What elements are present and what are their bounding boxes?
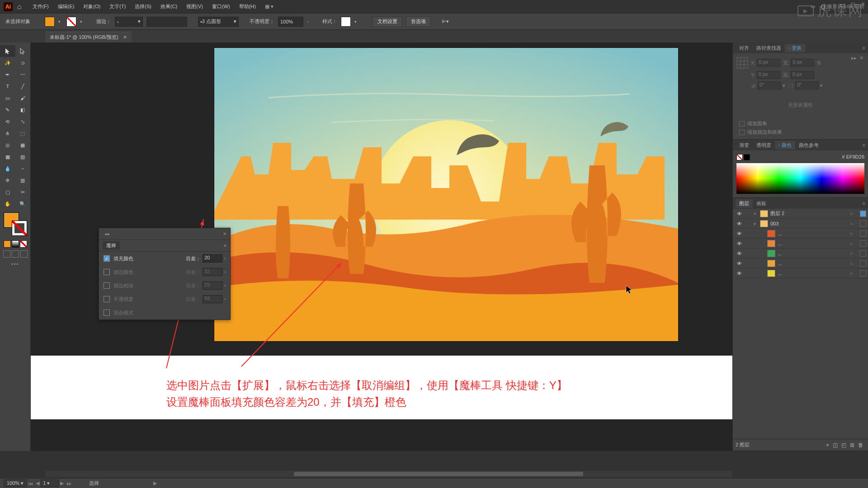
- toolbar-more-icon[interactable]: •••: [0, 261, 30, 267]
- canvas[interactable]: ▸▸ ✕ 魔棒 ≡ 填充颜色 容差： 20 › 描边颜色 容差： 32 › 描边…: [31, 42, 732, 451]
- x-input[interactable]: 0 px: [757, 59, 780, 67]
- slice-tool[interactable]: ✂: [15, 186, 31, 198]
- draw-inside-icon[interactable]: [20, 250, 28, 258]
- target-icon[interactable]: ○: [850, 261, 858, 266]
- fill-dropdown[interactable]: ▾: [58, 19, 63, 24]
- menu-view[interactable]: 视图(V): [182, 3, 208, 10]
- doc-tab[interactable]: 未标题-1* @ 100% (RGB/预览) ✕: [45, 32, 132, 42]
- target-icon[interactable]: ○: [850, 251, 858, 256]
- stroke-swatch[interactable]: [66, 17, 76, 27]
- selection-indicator[interactable]: [860, 240, 866, 247]
- layer-name[interactable]: ...: [778, 271, 850, 276]
- make-clipping-mask-icon[interactable]: ◫: [833, 442, 838, 448]
- layer-name[interactable]: ...: [778, 251, 850, 256]
- scale-corners-checkbox[interactable]: [739, 121, 745, 127]
- target-icon[interactable]: ○: [850, 231, 858, 236]
- panel-close-icon[interactable]: ✕: [223, 231, 226, 236]
- align-to-icon[interactable]: ⊫▾: [442, 19, 449, 24]
- pen-tool[interactable]: ✒: [0, 69, 15, 80]
- tab-layers[interactable]: 图层: [736, 199, 753, 208]
- menu-effect[interactable]: 效果(C): [156, 3, 182, 10]
- layer-row[interactable]: 👁 v 003 ○: [733, 219, 868, 229]
- target-icon[interactable]: ○: [850, 221, 858, 226]
- hand-tool[interactable]: ✋: [0, 198, 15, 210]
- menu-edit[interactable]: 编辑(E): [53, 3, 79, 10]
- option-checkbox[interactable]: [104, 269, 110, 275]
- layer-row[interactable]: 👁 ... ○: [733, 239, 868, 249]
- line-tool[interactable]: ╱: [15, 80, 31, 92]
- magic-wand-option[interactable]: 混合模式: [99, 306, 230, 319]
- lock-aspect-icon[interactable]: ⇅: [817, 60, 821, 66]
- graph-tool[interactable]: ▥: [15, 174, 31, 186]
- layer-name[interactable]: 图层 2: [770, 210, 850, 217]
- magic-wand-tool[interactable]: ✨: [0, 57, 15, 69]
- home-icon[interactable]: ⌂: [17, 3, 22, 11]
- panel-close-icon[interactable]: ✕: [859, 55, 863, 61]
- color-none-icon[interactable]: [20, 240, 27, 248]
- hex-value[interactable]: # EF9D26: [842, 154, 864, 160]
- perspective-tool[interactable]: ▦: [15, 139, 31, 151]
- symbol-sprayer-tool[interactable]: ✲: [0, 174, 15, 186]
- doc-setup-button[interactable]: 文档设置: [373, 16, 402, 27]
- fill-stroke-control[interactable]: [4, 212, 27, 236]
- gradient-tool[interactable]: ▨: [15, 151, 31, 163]
- h-input[interactable]: 0 px: [791, 71, 814, 79]
- stroke-color-icon[interactable]: [12, 221, 27, 236]
- scale-tool[interactable]: ⤡: [15, 116, 31, 127]
- stroke-dropdown[interactable]: ▾: [80, 19, 85, 24]
- rotate-tool[interactable]: ⟲: [0, 116, 15, 127]
- selection-indicator[interactable]: [860, 270, 866, 277]
- expand-toggle-icon[interactable]: v: [754, 221, 760, 226]
- doc-tab-close-icon[interactable]: ✕: [123, 34, 127, 40]
- tab-color[interactable]: ◦ 颜色: [775, 141, 795, 150]
- visibility-icon[interactable]: 👁: [733, 221, 745, 226]
- layer-name[interactable]: ...: [778, 261, 850, 266]
- target-icon[interactable]: ○: [850, 271, 858, 276]
- tab-artboards[interactable]: 画板: [753, 199, 770, 208]
- style-swatch[interactable]: [341, 17, 351, 27]
- eraser-tool[interactable]: ◧: [15, 104, 31, 116]
- target-icon[interactable]: ○: [850, 211, 858, 216]
- arrange-docs-icon[interactable]: ▦ ▾: [265, 4, 274, 9]
- lasso-tool[interactable]: ⊃: [15, 57, 31, 69]
- option-checkbox[interactable]: [104, 310, 110, 316]
- anchor-point-widget[interactable]: [736, 57, 748, 69]
- panel-collapse-icon[interactable]: ▸▸: [851, 55, 857, 61]
- w-input[interactable]: 0 px: [791, 59, 814, 67]
- option-checkbox[interactable]: [104, 255, 110, 262]
- layer-name[interactable]: 003: [770, 221, 850, 226]
- menu-type[interactable]: 文字(T): [105, 3, 130, 10]
- panel-menu-icon[interactable]: ≡: [863, 45, 865, 51]
- prev-artboard-icon[interactable]: ◀: [36, 480, 39, 486]
- type-tool[interactable]: T: [0, 80, 15, 92]
- scale-stroke-checkbox[interactable]: [739, 130, 745, 135]
- tab-pathfinder[interactable]: 路径查找器: [753, 44, 785, 52]
- selection-indicator[interactable]: [860, 230, 866, 237]
- panel-menu-icon[interactable]: ≡: [224, 243, 226, 248]
- draw-behind-icon[interactable]: [12, 250, 19, 258]
- zoom-select[interactable]: 100% ▾: [4, 479, 27, 487]
- locate-object-icon[interactable]: ⌖: [826, 442, 829, 448]
- tab-gradient[interactable]: 渐变: [736, 141, 753, 150]
- visibility-icon[interactable]: 👁: [733, 211, 745, 216]
- last-artboard-icon[interactable]: ⏭: [66, 481, 71, 486]
- artboard-num-input[interactable]: 1 ▾: [41, 479, 59, 487]
- h-scrollbar[interactable]: [45, 471, 732, 477]
- tab-align[interactable]: 对齐: [736, 44, 753, 52]
- chevron-right-icon[interactable]: ›: [224, 256, 226, 261]
- visibility-icon[interactable]: 👁: [733, 231, 745, 236]
- rectangle-tool[interactable]: ▭: [0, 92, 15, 104]
- play-icon[interactable]: ▶: [153, 480, 157, 486]
- layer-row[interactable]: 👁 ... ○: [733, 268, 868, 278]
- next-artboard-icon[interactable]: ▶: [60, 480, 64, 486]
- option-checkbox[interactable]: [104, 282, 110, 289]
- panel-menu-icon[interactable]: ≡: [863, 201, 865, 206]
- shape-builder-tool[interactable]: ◎: [0, 139, 15, 151]
- target-icon[interactable]: ○: [850, 241, 858, 246]
- tab-transform[interactable]: ◦ 变换: [785, 44, 805, 52]
- layer-row[interactable]: 👁 > 图层 2 ○: [733, 209, 868, 219]
- style-dropdown[interactable]: ▾: [354, 19, 359, 24]
- fill-swatch[interactable]: [45, 17, 55, 27]
- magic-wand-option[interactable]: 描边颜色 容差： 32 ›: [99, 265, 230, 279]
- blend-tool[interactable]: ▫: [15, 163, 31, 174]
